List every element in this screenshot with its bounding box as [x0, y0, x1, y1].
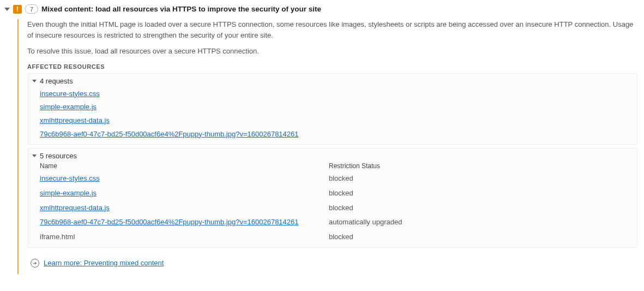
- resource-status: blocked: [329, 187, 633, 200]
- resource-name[interactable]: simple-example.js: [40, 187, 329, 200]
- column-name-header: Name: [40, 162, 329, 171]
- resource-status: blocked: [329, 172, 633, 186]
- resource-name[interactable]: 79c6b968-aef0-47c7-bd25-f50d00acf6e4%2Fp…: [40, 216, 329, 229]
- affected-resources-label: AFFECTED RESOURCES: [27, 63, 637, 70]
- resource-name: iframe.html: [40, 230, 329, 244]
- issue-item: ! 7 Mixed content: load all resources vi…: [0, 0, 644, 281]
- resources-header: 5 resources: [40, 152, 77, 160]
- issue-title: Mixed content: load all resources via HT…: [41, 5, 321, 13]
- issue-count-badge: 7: [25, 4, 38, 14]
- expand-toggle-icon[interactable]: [32, 80, 37, 82]
- issue-description-1: Even though the initial HTML page is loa…: [27, 19, 637, 40]
- resource-name[interactable]: xmlhttprequest-data.js: [40, 201, 329, 215]
- request-link[interactable]: xmlhttprequest-data.js: [40, 114, 633, 128]
- learn-more-row: ➔ Learn more: Preventing mixed content: [31, 257, 637, 270]
- warning-icon: !: [13, 5, 22, 14]
- requests-header: 4 requests: [40, 77, 73, 85]
- resource-name[interactable]: insecure-styles.css: [40, 172, 329, 186]
- resource-status: blocked: [329, 201, 633, 215]
- issue-header: ! 7 Mixed content: load all resources vi…: [4, 4, 637, 14]
- expand-toggle-icon[interactable]: [32, 155, 37, 157]
- requests-panel: 4 requests insecure-styles.csssimple-exa…: [27, 73, 637, 145]
- resource-status: automatically upgraded: [329, 216, 633, 229]
- column-status-header: Restriction Status: [329, 162, 633, 171]
- issue-description-2: To resolve this issue, load all resource…: [27, 46, 637, 57]
- request-link[interactable]: insecure-styles.css: [40, 87, 633, 101]
- expand-toggle-icon[interactable]: [4, 8, 10, 11]
- request-link[interactable]: 79c6b968-aef0-47c7-bd25-f50d00acf6e4%2Fp…: [40, 128, 633, 141]
- arrow-right-circle-icon: ➔: [31, 259, 39, 268]
- request-link[interactable]: simple-example.js: [40, 100, 633, 114]
- learn-more-link[interactable]: Learn more: Preventing mixed content: [44, 257, 164, 270]
- resource-status: blocked: [329, 230, 633, 244]
- issue-body: Even though the initial HTML page is loa…: [17, 19, 637, 274]
- resources-panel: 5 resources Name Restriction Status inse…: [27, 148, 637, 247]
